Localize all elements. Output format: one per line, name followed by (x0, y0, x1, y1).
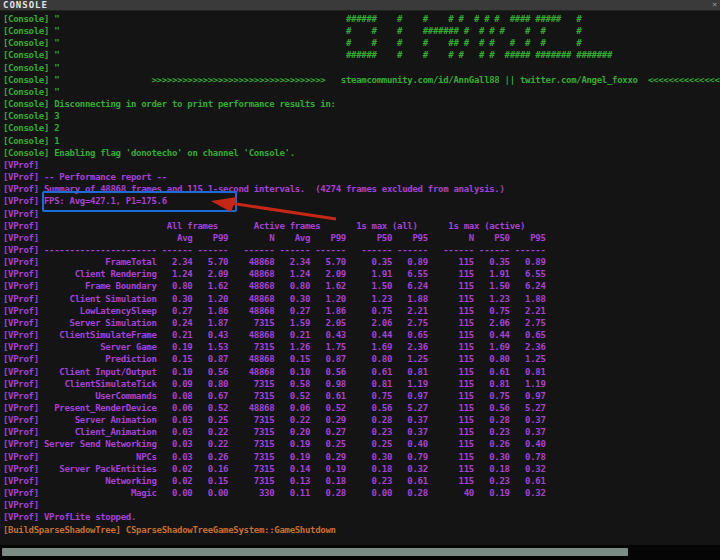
vprof-table-row: [VProf] LowLatencySleep 0.27 1.86 48868 … (3, 305, 720, 317)
console-log[interactable]: [Console] " ###### # # # # # # # #### ##… (3, 11, 720, 560)
close-icon[interactable]: ✕ (712, 0, 717, 10)
console-line: [Console] " ###### # # # # # # ##### ###… (3, 49, 720, 61)
console-line: [VProf] VProfLite stopped. (3, 511, 720, 523)
vprof-table-group-header: [VProf] All frames Active frames 1s max … (3, 220, 720, 232)
vprof-table-row: [VProf] UserCommands 0.08 0.67 7315 0.52… (3, 390, 720, 402)
vprof-table-row: [VProf] Magic 0.00 0.00 330 0.11 0.28 0.… (3, 487, 720, 499)
vprof-table-row: [VProf] Server Animation 0.03 0.25 7315 … (3, 414, 720, 426)
console-line: [VProf] -- Performance report -- (3, 171, 720, 183)
console-line: [Console] " (3, 62, 720, 74)
vprof-table-row: [VProf] Networking 0.02 0.15 7315 0.13 0… (3, 475, 720, 487)
horizontal-scrollbar-thumb[interactable] (2, 548, 628, 556)
console-line: [Console] " (3, 86, 720, 98)
title-bar[interactable]: CONSOLE ✕ (0, 0, 720, 11)
vprof-table-row: [VProf] Frame Boundary 0.80 1.62 48868 0… (3, 280, 720, 292)
console-line: [VProf] (3, 208, 720, 220)
vprof-table-row: [VProf] Client Simulation 0.30 1.20 4886… (3, 293, 720, 305)
console-line: [Console] " ###### # # # # # # # #### ##… (3, 13, 720, 25)
vprof-table-divider: [VProf] ---------------------- ------ --… (3, 244, 720, 256)
console-line: [Console] " # # # # ## # # # # # # # (3, 37, 720, 49)
console-line: [BuildSparseShadowTree] CSparseShadowTre… (3, 524, 720, 536)
console-line: [Console] " >>>>>>>>>>>>>>>>>>>>>>>>>>>>… (3, 74, 720, 86)
vprof-table-row: [VProf] Server Send Networking 0.03 0.22… (3, 438, 720, 450)
vprof-table-row: [VProf] Client Input/Output 0.10 0.56 48… (3, 366, 720, 378)
vprof-table-row: [VProf] Client_Animation 0.03 0.22 7315 … (3, 426, 720, 438)
console-line: [Console] 3 (3, 110, 720, 122)
vprof-table-row: [VProf] ClientSimulateTick 0.09 0.80 731… (3, 378, 720, 390)
vprof-table-row: [VProf] FrameTotal 2.34 5.70 48868 2.34 … (3, 256, 720, 268)
vprof-table-row: [VProf] ClientSimulateFrame 0.21 0.43 48… (3, 329, 720, 341)
console-line: [Console] 1 (3, 135, 720, 147)
console-line: [VProf] (3, 499, 720, 511)
console-line: [Console] 2 (3, 122, 720, 134)
console-line: [Console] " # # # ####### # # # # # # # (3, 25, 720, 37)
vprof-table-row: [VProf] NPCs 0.03 0.26 7315 0.19 0.29 0.… (3, 451, 720, 463)
console-line: [VProf] (3, 159, 720, 171)
console-line: [Console] Enabling flag 'donotecho' on c… (3, 147, 720, 159)
vprof-table-row: [VProf] Client Rendering 1.24 2.09 48868… (3, 268, 720, 280)
console-line: [VProf] FPS: Avg=427.1, P1=175.6 (3, 195, 720, 207)
vprof-table-row: [VProf] Server Game 0.19 1.53 7315 1.26 … (3, 341, 720, 353)
console-line: [Console] Disconnecting in order to prin… (3, 98, 720, 110)
console-window: { "window": { "title": "CONSOLE", "close… (0, 0, 720, 560)
console-line: [VProf] Summary of 48868 frames and 115 … (3, 183, 720, 195)
vprof-table-column-header: [VProf] Avg P99 N Avg P99 P50 P95 N P50 … (3, 232, 720, 244)
vprof-table-row: [VProf] Server Simulation 0.24 1.87 7315… (3, 317, 720, 329)
window-title: CONSOLE (3, 0, 48, 10)
vprof-table-row: [VProf] Server PackEntities 0.02 0.16 73… (3, 463, 720, 475)
vprof-table-row: [VProf] Prediction 0.15 0.87 48868 0.15 … (3, 353, 720, 365)
vprof-table-row: [VProf] Present_RenderDevice 0.06 0.52 4… (3, 402, 720, 414)
horizontal-scrollbar-track[interactable] (0, 545, 720, 560)
